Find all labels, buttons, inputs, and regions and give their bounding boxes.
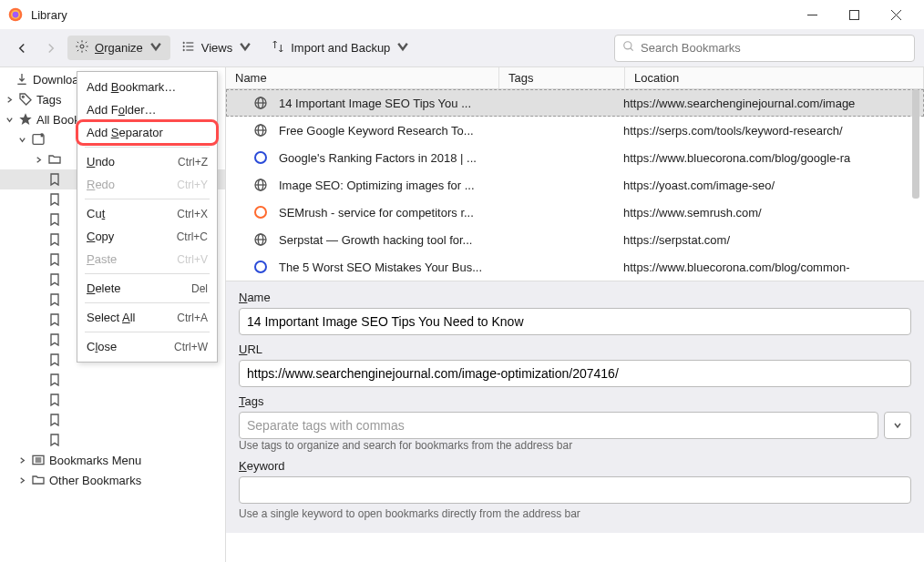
bookmark-icon xyxy=(47,252,62,267)
menu-redo[interactable]: RedoCtrl+Y xyxy=(77,173,217,196)
favicon-icon xyxy=(253,177,270,193)
keyword-hint: Use a single keyword to open bookmarks d… xyxy=(239,507,911,520)
chevron-right-icon[interactable] xyxy=(4,96,15,104)
folder-icon xyxy=(31,473,46,487)
views-menu-button[interactable]: Views xyxy=(174,36,260,60)
bookmark-row[interactable]: Image SEO: Optimizing images for ...http… xyxy=(226,171,924,199)
column-tags[interactable]: Tags xyxy=(499,67,625,88)
column-name[interactable]: Name xyxy=(226,67,499,88)
close-button[interactable] xyxy=(875,0,917,29)
bookmark-location: https://serps.com/tools/keyword-research… xyxy=(623,124,924,138)
svg-point-13 xyxy=(183,49,184,50)
toolbar: Organize Views Import and Backup xyxy=(0,29,924,67)
bookmark-row[interactable]: Serpstat — Growth hacking tool for...htt… xyxy=(226,226,924,253)
bookmark-name: 14 Important Image SEO Tips You ... xyxy=(279,97,498,110)
menu-folder-icon xyxy=(31,453,46,467)
chevron-right-icon[interactable] xyxy=(33,156,44,164)
bookmark-name: Image SEO: Optimizing images for ... xyxy=(279,179,498,192)
favicon-icon xyxy=(253,259,270,275)
bookmark-icon xyxy=(47,393,62,407)
column-headers: Name Tags Location xyxy=(226,67,924,89)
bookmark-folder-icon xyxy=(31,132,46,147)
name-input[interactable] xyxy=(239,308,911,335)
menu-select-all[interactable]: Select AllCtrl+A xyxy=(77,306,217,329)
bookmark-location: https://yoast.com/image-seo/ xyxy=(623,179,924,192)
bookmark-name: The 5 Worst SEO Mistakes Your Bus... xyxy=(279,261,498,274)
tags-label: Tags xyxy=(239,394,911,408)
menu-delete[interactable]: DeleteDel xyxy=(77,277,217,300)
tree-bookmark[interactable] xyxy=(0,430,225,450)
bookmark-name: Free Google Keyword Research To... xyxy=(279,124,498,138)
bookmark-name: Serpstat — Growth hacking tool for... xyxy=(279,233,498,247)
organize-context-menu: Add Bookmark… Add Folder… Add Separator … xyxy=(77,71,218,363)
bookmark-icon xyxy=(47,172,62,187)
favicon-icon xyxy=(253,122,270,138)
search-icon xyxy=(622,40,635,56)
bookmark-row[interactable]: The 5 Worst SEO Mistakes Your Bus...http… xyxy=(226,253,924,281)
tree-bookmark[interactable] xyxy=(0,390,225,410)
import-label: Import and Backup xyxy=(291,41,390,55)
bookmark-row[interactable]: 14 Important Image SEO Tips You ...https… xyxy=(226,89,924,117)
chevron-down-icon[interactable] xyxy=(4,116,15,124)
forward-button[interactable] xyxy=(38,36,64,61)
bookmark-name: SEMrush - service for competitors r... xyxy=(279,206,498,220)
list-icon xyxy=(181,39,196,56)
folder-icon xyxy=(47,152,62,167)
name-label: Name xyxy=(239,291,911,304)
menu-add-bookmark[interactable]: Add Bookmark… xyxy=(77,76,217,98)
keyword-input[interactable] xyxy=(239,476,911,504)
menu-close[interactable]: CloseCtrl+W xyxy=(77,335,217,358)
import-backup-button[interactable]: Import and Backup xyxy=(263,36,417,60)
scrollbar-thumb[interactable] xyxy=(912,89,919,199)
tree-bookmark[interactable] xyxy=(0,370,225,390)
menu-copy[interactable]: CopyCtrl+C xyxy=(77,225,217,248)
svg-rect-4 xyxy=(849,10,858,19)
download-icon xyxy=(15,72,29,87)
menu-separator xyxy=(85,273,210,274)
star-icon xyxy=(18,112,33,127)
svg-point-2 xyxy=(13,12,19,18)
svg-point-7 xyxy=(80,45,84,48)
chevron-right-icon[interactable] xyxy=(16,476,27,485)
url-label: URL xyxy=(239,342,911,356)
tags-input[interactable] xyxy=(239,412,878,439)
menu-undo[interactable]: UndoCtrl+Z xyxy=(77,150,217,173)
maximize-button[interactable] xyxy=(833,0,875,29)
url-input[interactable] xyxy=(239,360,911,387)
back-button[interactable] xyxy=(9,36,35,61)
bookmark-icon xyxy=(47,212,62,227)
chevron-down-icon xyxy=(149,39,163,56)
scrollbar[interactable] xyxy=(909,89,922,281)
bookmark-icon xyxy=(47,353,62,367)
menu-add-folder[interactable]: Add Folder… xyxy=(77,98,217,121)
favicon-icon xyxy=(253,149,270,166)
menu-add-separator[interactable]: Add Separator xyxy=(77,121,217,144)
column-location[interactable]: Location xyxy=(625,67,924,88)
bookmark-location: https://serpstat.com/ xyxy=(623,233,924,247)
tree-other-bookmarks[interactable]: Other Bookmarks xyxy=(0,470,225,490)
menu-separator xyxy=(85,147,210,148)
minimize-button[interactable] xyxy=(791,0,833,29)
bookmark-location: https://www.bluecorona.com/blog/common- xyxy=(623,261,924,274)
menu-paste[interactable]: PasteCtrl+V xyxy=(77,248,217,271)
tree-bookmarks-menu[interactable]: Bookmarks Menu xyxy=(0,450,225,470)
chevron-down-icon xyxy=(238,39,252,56)
chevron-down-icon[interactable] xyxy=(16,136,27,144)
bookmark-row[interactable]: SEMrush - service for competitors r...ht… xyxy=(226,199,924,226)
chevron-right-icon[interactable] xyxy=(16,456,27,465)
svg-line-15 xyxy=(631,48,633,51)
bookmark-row[interactable]: Free Google Keyword Research To...https:… xyxy=(226,117,924,144)
search-input[interactable] xyxy=(641,41,907,55)
favicon-icon xyxy=(253,204,270,220)
menu-cut[interactable]: CutCtrl+X xyxy=(77,202,217,225)
tree-bookmark[interactable] xyxy=(0,410,225,430)
import-export-icon xyxy=(271,39,285,56)
chevron-down-icon xyxy=(395,39,410,56)
bookmark-row[interactable]: Google's Ranking Factors in 2018 | ...ht… xyxy=(226,144,924,171)
bookmark-icon xyxy=(47,292,62,307)
search-box[interactable] xyxy=(614,35,915,62)
titlebar: Library xyxy=(0,0,924,29)
organize-menu-button[interactable]: Organize xyxy=(67,36,170,60)
tags-dropdown-button[interactable] xyxy=(884,412,911,439)
bookmark-icon xyxy=(47,413,62,427)
